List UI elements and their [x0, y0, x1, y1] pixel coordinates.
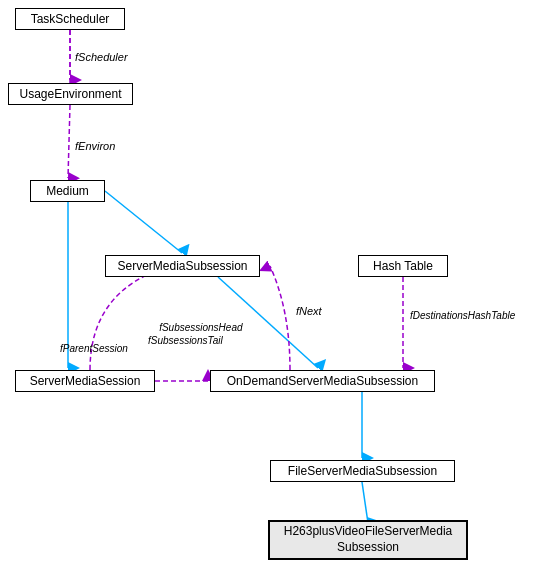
label-fparent: fParentSession: [60, 343, 128, 354]
label-fsubsessions: fSubsessionsHead fSubsessionsTail: [148, 308, 243, 360]
svg-line-2: [68, 105, 70, 178]
node-hashtable[interactable]: Hash Table: [358, 255, 448, 277]
svg-line-9: [362, 482, 368, 523]
node-servermediasubsession[interactable]: ServerMediaSubsession: [105, 255, 260, 277]
node-fileserver[interactable]: FileServerMediaSubsession: [270, 460, 455, 482]
label-fnext: fNext: [296, 305, 322, 317]
node-ondemand[interactable]: OnDemandServerMediaSubsession: [210, 370, 435, 392]
node-taskscheduler[interactable]: TaskScheduler: [15, 8, 125, 30]
label-fscheduler: fScheduler: [75, 51, 128, 63]
label-fenviron: fEnviron: [75, 140, 115, 152]
node-servermediasession[interactable]: ServerMediaSession: [15, 370, 155, 392]
diagram-container: TaskScheduler UsageEnvironment Medium Se…: [0, 0, 543, 569]
node-usageenvironment[interactable]: UsageEnvironment: [8, 83, 133, 105]
svg-line-3: [105, 191, 182, 253]
node-medium[interactable]: Medium: [30, 180, 105, 202]
node-h263plus[interactable]: H263plusVideoFileServerMedia Subsession: [268, 520, 468, 560]
label-fdestinations: fDestinationsHashTable: [410, 310, 515, 321]
